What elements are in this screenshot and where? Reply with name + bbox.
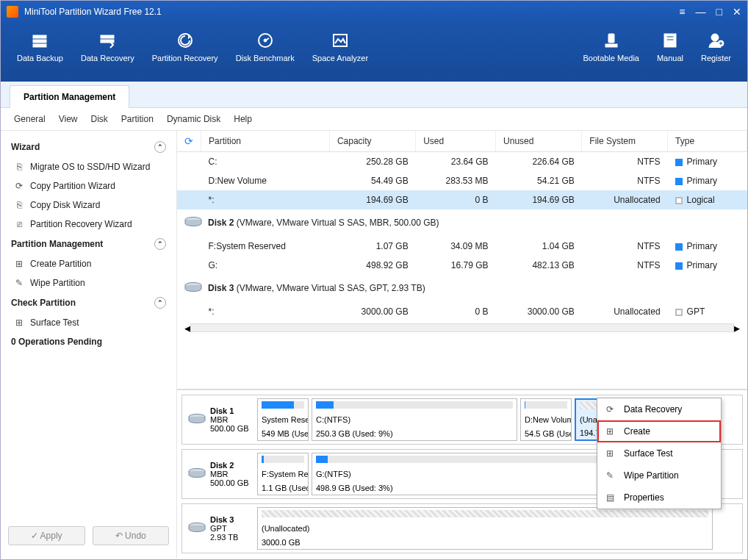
sidebar: Wizard⌃ ⎘Migrate OS to SSD/HD Wizard⟳Cop… [1, 131, 177, 559]
toolbar-data-backup[interactable]: Data Backup [8, 29, 72, 82]
table-row[interactable]: F:System Reserved1.07 GB34.09 MB1.04 GBN… [177, 237, 747, 256]
chevron-up-icon: ⌃ [154, 141, 166, 153]
ops-pending: 0 Operations Pending [1, 332, 176, 351]
action-icon: ⊞ [606, 448, 616, 459]
sidebar-item[interactable]: ⎘Migrate OS to SSD/HD Wizard [1, 157, 176, 176]
column-header[interactable]: Used [416, 131, 496, 152]
partition-block[interactable]: C:(NTFS)250.3 GB (Used: 9%) [312, 398, 517, 441]
context-menu: ⟳Data Recovery⊞Create⊞Surface Test✎Wipe … [597, 398, 722, 509]
type-indicator-icon [675, 262, 683, 270]
column-header[interactable]: Unused [496, 131, 582, 152]
sidebar-item[interactable]: ✎Wipe Partition [1, 273, 176, 292]
action-icon: ⊞ [14, 317, 24, 328]
menu-dynamic-disk[interactable]: Dynamic Disk [167, 114, 220, 124]
sidebar-item[interactable]: ⎚Partition Recovery Wizard [1, 215, 176, 234]
action-icon: ⊞ [606, 426, 616, 437]
table-row[interactable]: G:498.92 GB16.79 GB482.13 GBNTFSPrimary [177, 256, 747, 275]
minimize-button[interactable]: — [696, 6, 706, 18]
refresh-button[interactable]: ⟳ [177, 131, 201, 152]
partition-block[interactable]: F:System Res1.1 GB (Used: [257, 453, 309, 495]
svg-rect-10 [605, 44, 617, 47]
svg-rect-12 [666, 36, 674, 37]
maximize-button[interactable]: □ [716, 6, 722, 18]
partition-block[interactable]: System Reser549 MB (Used [257, 398, 309, 441]
column-header[interactable]: Capacity [329, 131, 415, 152]
disk-row: Disk 3GPT2.93 TB(Unallocated)3000.0 GB [181, 503, 743, 553]
menu-general[interactable]: General [14, 114, 46, 124]
action-icon: ⎘ [14, 162, 24, 172]
menu-help[interactable]: Help [234, 114, 252, 124]
action-icon: ⟳ [606, 404, 616, 414]
table-row[interactable]: *:194.69 GB0 B194.69 GBUnallocatedLogica… [177, 190, 747, 209]
sidebar-section-check[interactable]: Check Partition⌃ [1, 292, 176, 313]
action-icon: ✎ [14, 278, 24, 288]
action-icon: ⎚ [14, 219, 24, 229]
context-item-surface-test[interactable]: ⊞Surface Test [597, 442, 721, 464]
tab-bar: Partition Management [1, 82, 747, 108]
action-icon: ⎘ [14, 200, 24, 210]
svg-point-7 [264, 39, 267, 42]
type-indicator-icon [675, 197, 683, 204]
action-icon: ▤ [606, 492, 616, 503]
title-bar: MiniTool Partition Wizard Free 12.1 ≡ — … [1, 1, 747, 23]
column-header[interactable]: File System [582, 131, 668, 152]
table-row[interactable]: C:250.28 GB23.64 GB226.64 GBNTFSPrimary [177, 152, 747, 172]
disk-header[interactable]: Disk 2 (VMware, VMware Virtual S SAS, MB… [177, 209, 747, 237]
action-icon: ⊞ [14, 259, 24, 269]
toolbar-manual[interactable]: Manual [648, 29, 692, 82]
column-header[interactable]: Partition [201, 131, 330, 152]
toolbar-register[interactable]: Register [692, 29, 740, 82]
menu-partition[interactable]: Partition [121, 114, 154, 124]
toolbar-data-recovery[interactable]: Data Recovery [72, 29, 143, 82]
toolbar-space-analyzer[interactable]: Space Analyzer [303, 29, 377, 82]
undo-button[interactable]: ↶ Undo [93, 526, 170, 545]
menu-disk[interactable]: Disk [91, 114, 108, 124]
svg-rect-9 [608, 34, 614, 43]
type-indicator-icon [675, 243, 683, 251]
table-row[interactable]: D:New Volume54.49 GB283.53 MB54.21 GBNTF… [177, 171, 747, 190]
menu-bar: GeneralViewDiskPartitionDynamic DiskHelp [1, 108, 747, 131]
menu-view[interactable]: View [59, 114, 78, 124]
partition-table: ⟳PartitionCapacityUsedUnusedFile SystemT… [177, 131, 747, 321]
svg-rect-2 [33, 44, 46, 47]
column-header[interactable]: Type [668, 131, 747, 152]
type-indicator-icon [675, 309, 683, 316]
sidebar-section-wizard[interactable]: Wizard⌃ [1, 137, 176, 157]
disk-info[interactable]: Disk 3GPT2.93 TB [185, 507, 254, 550]
tab-partition-management[interactable]: Partition Management [10, 85, 129, 108]
partition-block[interactable]: D:New Volum54.5 GB (Used [520, 398, 572, 441]
table-row[interactable]: *:3000.00 GB0 B3000.00 GBUnallocatedGPT [177, 302, 747, 321]
partition-block[interactable]: (Unallocated)3000.0 GB [257, 507, 713, 550]
sidebar-item[interactable]: ⊞Create Partition [1, 254, 176, 273]
sidebar-item[interactable]: ⊞Surface Test [1, 313, 176, 332]
toolbar-disk-benchmark[interactable]: Disk Benchmark [227, 29, 303, 82]
close-button[interactable]: ✕ [733, 6, 741, 18]
chevron-up-icon: ⌃ [154, 238, 166, 250]
toolbar-bootable-media[interactable]: Bootable Media [575, 29, 648, 82]
app-logo-icon [7, 6, 18, 18]
svg-rect-1 [33, 40, 46, 43]
main-toolbar: Data BackupData RecoveryPartition Recove… [1, 23, 747, 82]
type-indicator-icon [675, 159, 683, 166]
svg-rect-3 [101, 35, 114, 38]
context-item-wipe-partition[interactable]: ✎Wipe Partition [597, 464, 721, 487]
disk-info[interactable]: Disk 1MBR500.00 GB [185, 398, 254, 441]
horizontal-scrollbar[interactable]: ◂▸ [177, 321, 747, 334]
action-icon: ✎ [606, 470, 616, 481]
context-item-create[interactable]: ⊞Create [597, 420, 721, 442]
type-indicator-icon [675, 178, 683, 185]
svg-point-14 [711, 34, 719, 41]
svg-rect-13 [666, 39, 674, 40]
sidebar-section-pm[interactable]: Partition Management⌃ [1, 234, 176, 254]
apply-button[interactable]: ✓ Apply [8, 526, 85, 545]
context-item-data-recovery[interactable]: ⟳Data Recovery [597, 398, 721, 420]
disk-info[interactable]: Disk 2MBR500.00 GB [185, 453, 254, 495]
svg-rect-0 [33, 35, 46, 38]
app-title: MiniTool Partition Wizard Free 12.1 [24, 7, 162, 17]
toolbar-partition-recovery[interactable]: Partition Recovery [143, 29, 227, 82]
disk-header[interactable]: Disk 3 (VMware, VMware Virtual S SAS, GP… [177, 275, 747, 302]
menu-icon[interactable]: ≡ [679, 6, 685, 18]
sidebar-item[interactable]: ⎘Copy Disk Wizard [1, 195, 176, 215]
context-item-properties[interactable]: ▤Properties [597, 487, 721, 509]
sidebar-item[interactable]: ⟳Copy Partition Wizard [1, 176, 176, 195]
